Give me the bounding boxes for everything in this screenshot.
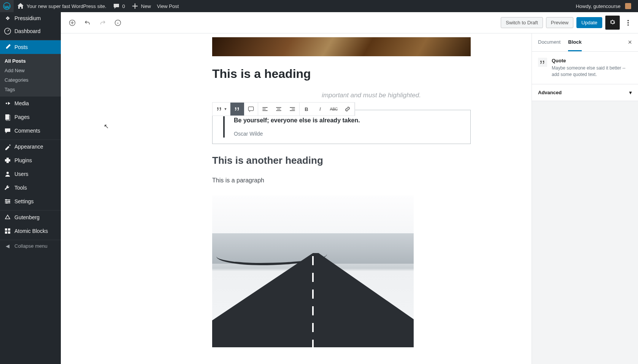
admin-bar: Your new super fast WordPress site. 0 Ne… — [0, 0, 638, 12]
howdy-text: Howdy, gutencourse — [576, 3, 621, 9]
new-link[interactable]: New — [128, 0, 154, 12]
comments-link[interactable]: 0 — [110, 0, 128, 12]
site-title: Your new super fast WordPress site. — [27, 3, 106, 9]
avatar — [625, 3, 631, 9]
view-post-link[interactable]: View Post — [154, 0, 182, 12]
wp-logo[interactable] — [0, 0, 14, 12]
new-label: New — [141, 3, 151, 9]
site-home[interactable]: Your new super fast WordPress site. — [14, 0, 110, 12]
howdy-link[interactable]: Howdy, gutencourse — [573, 0, 634, 12]
comments-count: 0 — [122, 3, 125, 9]
